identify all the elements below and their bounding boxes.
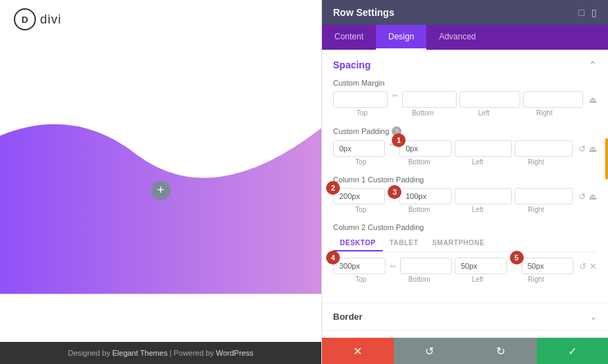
col1-left-right <box>455 188 573 204</box>
margin-lr-labels: Left Right <box>455 108 573 117</box>
padding-left-wrap <box>455 140 513 157</box>
col2-clear-icon[interactable]: ✕ <box>589 261 597 271</box>
divi-logo-text: divi <box>40 12 61 27</box>
save-button[interactable]: ✓ <box>537 338 609 364</box>
undo-button[interactable]: ↺ <box>394 338 466 364</box>
sub-tab-tablet[interactable]: TABLET <box>383 236 426 251</box>
elegant-themes-link[interactable]: Elegant Themes <box>112 349 167 357</box>
col2-link-icon: ⇿ <box>388 262 397 271</box>
margin-right-input[interactable] <box>523 91 584 108</box>
margin-top-input[interactable] <box>333 91 388 108</box>
col2-bottom-input[interactable] <box>400 258 453 274</box>
tab-content[interactable]: Content <box>322 25 376 50</box>
scrollbar-accent <box>605 138 608 180</box>
col1-right-label: Right <box>509 206 564 213</box>
col2-top-wrap: 4 <box>333 258 386 274</box>
wordpress-link[interactable]: WordPress <box>216 349 254 357</box>
add-content-button[interactable]: + <box>151 181 171 200</box>
col2-lr-labels: Left Right <box>450 274 564 283</box>
col1-device-icon[interactable]: ⏏ <box>589 191 597 202</box>
col1-top-bottom: 2 ⇿ 3 <box>333 188 452 204</box>
margin-device-icon[interactable]: ⏏ <box>589 95 597 105</box>
padding-bottom-label: Bottom <box>392 158 448 166</box>
col2-top-input[interactable] <box>333 258 386 274</box>
col1-top-label: Top <box>333 206 389 213</box>
border-section[interactable]: Border ⌄ <box>322 303 608 331</box>
panel-body: Spacing ⌃ Custom Margin ⇿ <box>322 50 608 338</box>
col2-left-input[interactable] <box>455 258 507 274</box>
divi-header: D divi <box>0 0 321 39</box>
padding-top-bottom: ⇿ 1 <box>333 140 452 157</box>
margin-right-wrap <box>523 91 584 108</box>
padding-labels: Top Bottom Left Right <box>333 157 597 166</box>
plus-icon: + <box>157 183 164 198</box>
col1-reset-icon[interactable]: ↺ <box>578 191 586 202</box>
padding-top-bottom-labels: Top Bottom <box>333 157 447 166</box>
col1-bottom-input[interactable] <box>399 188 451 204</box>
margin-top-bottom-labels: Top Bottom <box>333 108 452 117</box>
sub-tab-smartphone[interactable]: SMARTPHONE <box>425 236 491 251</box>
logo-letter: D <box>21 15 28 25</box>
col2-labels: Top Bottom Left Right <box>333 274 597 283</box>
padding-top-label: Top <box>333 158 389 166</box>
row-settings-panel: Row Settings □ ▯ Content Design Advanced… <box>321 0 608 364</box>
spacing-section: Spacing ⌃ Custom Margin ⇿ <box>322 50 608 303</box>
duplicate-icon[interactable]: ▯ <box>591 7 597 18</box>
col2-top-bottom: 4 ⇿ <box>333 258 452 274</box>
box-shadow-section[interactable]: Box Shadow ⌄ <box>322 331 608 338</box>
col2-padding-inputs: 4 ⇿ <box>333 258 597 274</box>
save-icon: ✓ <box>568 345 577 358</box>
panel-header: Row Settings □ ▯ <box>322 0 608 25</box>
col2-right-wrap <box>522 258 574 274</box>
margin-left-input[interactable] <box>459 91 520 108</box>
col2-reset-icon[interactable]: ↺ <box>579 261 587 271</box>
tab-advanced[interactable]: Advanced <box>426 25 488 50</box>
margin-bottom-input[interactable] <box>402 91 457 108</box>
padding-reset-icon[interactable]: ↺ <box>578 144 586 154</box>
custom-padding-label: Custom Padding ? <box>333 126 597 136</box>
canvas-footer: Designed by Elegant Themes | Powered by … <box>0 342 321 364</box>
margin-bottom-wrap <box>402 91 457 108</box>
fullscreen-icon[interactable]: □ <box>579 7 585 18</box>
sub-tab-desktop[interactable]: DESKTOP <box>333 236 383 251</box>
col1-left-input[interactable] <box>455 188 513 204</box>
margin-top-wrap <box>333 91 388 108</box>
padding-device-icon[interactable]: ⏏ <box>589 144 597 154</box>
margin-bottom-label: Bottom <box>394 109 452 117</box>
col2-bottom-wrap <box>400 258 453 274</box>
panel-header-icons: □ ▯ <box>579 7 597 18</box>
spacing-collapse-icon[interactable]: ⌃ <box>589 59 597 70</box>
padding-left-input[interactable] <box>455 140 513 157</box>
badge-5: 5 <box>510 251 524 265</box>
divi-logo-circle: D <box>14 8 36 30</box>
margin-top-label: Top <box>333 109 391 117</box>
margin-actions: ⏏ <box>589 95 597 105</box>
border-expand-icon[interactable]: ⌄ <box>590 312 597 322</box>
panel-tabs: Content Design Advanced <box>322 25 608 50</box>
panel-footer: ✕ ↺ ↻ ✓ <box>322 338 608 364</box>
col2-sub-tabs: DESKTOP TABLET SMARTPHONE <box>333 236 597 252</box>
badge-2: 2 <box>326 181 340 195</box>
redo-button[interactable]: ↻ <box>465 338 537 364</box>
col2-right-input[interactable] <box>522 258 574 274</box>
col1-left-wrap <box>455 188 513 204</box>
badge-4: 4 <box>326 251 340 265</box>
col2-left-label: Left <box>450 276 506 283</box>
margin-left-label: Left <box>455 109 513 117</box>
col1-top-wrap: 2 <box>333 188 385 204</box>
cancel-button[interactable]: ✕ <box>322 338 394 364</box>
col1-padding-label: Column 1 Custom Padding <box>333 175 597 184</box>
padding-right-input[interactable] <box>515 140 573 157</box>
padding-bottom-input[interactable] <box>399 140 451 157</box>
padding-top-input[interactable] <box>333 140 385 157</box>
col2-right-label: Right <box>509 276 564 283</box>
margin-labels: Top Bottom Left Right <box>333 108 597 117</box>
col1-top-input[interactable] <box>333 188 385 204</box>
col2-padding-label: Column 2 Custom Padding <box>333 223 597 231</box>
tab-design[interactable]: Design <box>376 25 426 50</box>
footer-text: Designed by <box>68 349 112 357</box>
padding-left-label: Left <box>450 158 506 166</box>
col1-right-input[interactable] <box>515 188 573 204</box>
padding-right-wrap <box>515 140 573 157</box>
col2-actions: ↺ ✕ <box>579 261 597 271</box>
